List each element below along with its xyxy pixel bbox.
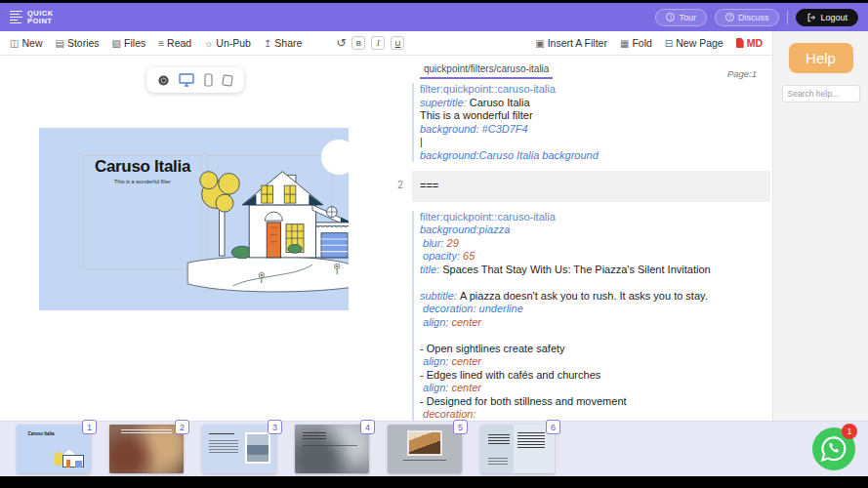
app-window: QUICK POINT i Tour ? Discuss Logout: [0, 3, 868, 476]
toolbar-item-new[interactable]: ◫ New: [10, 37, 42, 49]
unpub-sun-icon: ☼: [204, 38, 213, 49]
editor-block[interactable]: filter:quickpoint::caruso-italiabackgrou…: [412, 211, 772, 422]
files-icon: ▧: [112, 38, 121, 49]
discuss-button[interactable]: ? Discuss: [715, 9, 780, 26]
undo-icon[interactable]: ↺: [336, 36, 346, 50]
thumb-art: [480, 425, 555, 473]
code-span: align:: [420, 316, 451, 328]
logout-label: Logout: [820, 13, 847, 22]
editor-block[interactable]: ===: [412, 171, 770, 202]
logout-button[interactable]: Logout: [796, 9, 858, 26]
code-span: align:: [420, 355, 451, 367]
underline-button[interactable]: U: [391, 36, 404, 50]
editor-block[interactable]: filter:quickpoint::caruso-italiasupertit…: [412, 83, 772, 162]
editor-line[interactable]: align: center: [420, 355, 772, 369]
editor-line[interactable]: filter:quickpoint::caruso-italia: [420, 211, 772, 224]
mobile-landscape-icon[interactable]: [222, 74, 233, 87]
thumb-art: [202, 425, 276, 473]
editor-line[interactable]: background: #C3D7F4: [420, 123, 772, 137]
code-span: opacity:: [420, 250, 463, 262]
record-icon[interactable]: [157, 74, 170, 87]
help-button[interactable]: Help: [789, 43, 853, 73]
new-page-label: New Page: [676, 37, 723, 49]
toolbar-item-read[interactable]: ≡ Read: [158, 37, 191, 49]
editor-line[interactable]: background:piazza: [420, 224, 772, 237]
house-illustration: [181, 145, 349, 306]
code-span: - Edges lined with cafés and churches: [420, 369, 600, 381]
editor-panel: quickpoint/filters/caruso-italia Page:1 …: [389, 56, 772, 421]
slide-thumbnail-3[interactable]: 3: [202, 425, 276, 473]
fold-icon: ▦: [620, 38, 629, 49]
code-span: - Designed for both stillness and moveme…: [420, 395, 627, 407]
code-span: background:Caruso Italia background: [420, 149, 599, 161]
editor-line[interactable]: title: Spaces That Stay With Us: The Pia…: [420, 264, 772, 277]
italic-button[interactable]: I: [371, 36, 385, 50]
code-span: A piazza doesn't ask you to rush. It ask…: [460, 290, 708, 302]
notification-badge: 1: [842, 424, 857, 439]
editor-line[interactable]: [420, 329, 772, 343]
slide-number-badge: 2: [175, 420, 189, 434]
editor-line[interactable]: ===: [420, 180, 763, 193]
thumb-art: [388, 425, 462, 473]
editor-line[interactable]: - Edges lined with cafés and churches: [420, 369, 772, 383]
code-span: align:: [420, 382, 451, 393]
quickpoint-logo[interactable]: QUICK POINT: [10, 10, 54, 25]
editor-line[interactable]: This is a wonderful filter: [420, 109, 772, 123]
unpub-label: Un-Pub: [216, 37, 251, 49]
logo-line2: POINT: [27, 17, 52, 25]
editor-line[interactable]: |: [420, 136, 772, 149]
slide-thumbnail-2[interactable]: 2: [109, 425, 184, 473]
editor-line[interactable]: - Designed for both stillness and moveme…: [420, 395, 772, 409]
slide-number-badge: 4: [360, 420, 375, 434]
editor-line[interactable]: align: center: [420, 316, 772, 330]
insert-filter-label: Insert A Filter: [548, 37, 607, 49]
code-span: background: #C3D7F4: [420, 123, 528, 135]
toolbar-item-files[interactable]: ▧ Files: [112, 37, 146, 49]
insert-filter-button[interactable]: ▣ Insert A Filter: [535, 37, 607, 49]
slide-thumbnail-5[interactable]: 5: [388, 425, 462, 473]
editor-tab[interactable]: quickpoint/filters/caruso-italia: [420, 63, 553, 79]
toolbar-item-share[interactable]: ↥ Share: [264, 37, 302, 49]
mobile-portrait-icon[interactable]: [204, 73, 213, 87]
slide-canvas[interactable]: Caruso Italia This is a wonderful filter: [39, 128, 349, 310]
editor-line[interactable]: - Open sightlines create safety: [420, 343, 772, 356]
insert-filter-icon: ▣: [535, 38, 544, 49]
editor-line[interactable]: filter:quickpoint::caruso-italia: [420, 83, 772, 97]
code-span: 29: [447, 237, 459, 249]
new-page-icon: ⊟: [665, 38, 673, 49]
editor-line[interactable]: opacity: 65: [420, 250, 772, 264]
page-indicator: Page:1: [727, 68, 757, 79]
logo-text: QUICK POINT: [27, 10, 54, 25]
read-icon: ≡: [158, 38, 164, 49]
editor-line[interactable]: decoration: underline: [420, 303, 772, 316]
whatsapp-chat-button[interactable]: 1: [812, 427, 855, 470]
slide-thumbnail-6[interactable]: 6: [480, 425, 555, 473]
editor-line[interactable]: blur: 29: [420, 237, 772, 251]
md-button[interactable]: MD: [736, 37, 763, 49]
bold-button[interactable]: B: [351, 36, 365, 50]
help-search-input[interactable]: [782, 85, 860, 102]
editor-line[interactable]: supertitle: Caruso Italia: [420, 97, 772, 110]
slide-thumbnail-1[interactable]: Caruso Italia 1: [17, 425, 91, 473]
tour-button[interactable]: i Tour: [655, 9, 707, 26]
fold-button[interactable]: ▦ Fold: [620, 37, 652, 49]
top-header: QUICK POINT i Tour ? Discuss Logout: [0, 3, 868, 31]
slide-thumbnail-4[interactable]: 4: [295, 425, 369, 473]
code-span: supertitle:: [420, 97, 470, 108]
slide-number-badge: 6: [546, 420, 560, 434]
editor-line[interactable]: decoration:: [420, 408, 772, 421]
new-page-button[interactable]: ⊟ New Page: [665, 37, 723, 49]
editor-line[interactable]: background:Caruso Italia background: [420, 149, 772, 163]
code-span: center: [451, 316, 481, 328]
code-span: center: [451, 355, 481, 367]
code-span: filter:quickpoint::caruso-italia: [420, 83, 556, 95]
toolbar-item-stories[interactable]: ▤ Stories: [55, 37, 99, 49]
toolbar-item-unpub[interactable]: ☼ Un-Pub: [204, 37, 251, 49]
new-icon: ◫: [10, 38, 19, 49]
editor-gutter: 2: [389, 171, 412, 202]
code-span: background:piazza: [420, 224, 510, 235]
desktop-icon[interactable]: [179, 73, 194, 87]
editor-line[interactable]: subtitle: A piazza doesn't ask you to ru…: [420, 290, 772, 304]
editor-line[interactable]: [420, 276, 772, 290]
editor-line[interactable]: align: center: [420, 382, 772, 395]
